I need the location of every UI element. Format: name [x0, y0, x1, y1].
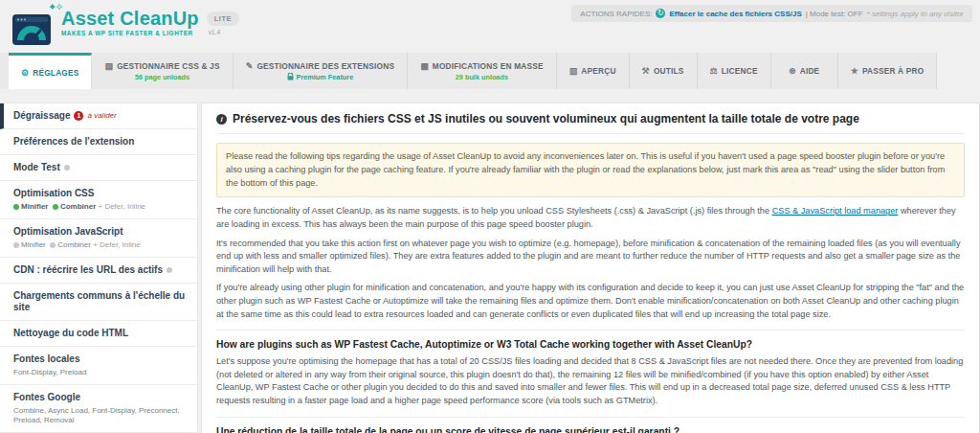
- paragraph-other-plugins: If you're already using other plugin for…: [216, 282, 965, 321]
- tab-css-js-manager[interactable]: ▤GESTIONNAIRE CSS & JS 56 page unloads: [92, 53, 233, 89]
- sidebar-item-google-fonts[interactable]: Fontes Google Combine, Async Load, Font-…: [0, 385, 197, 433]
- tab-tools[interactable]: ⚒OUTILS: [630, 53, 698, 89]
- refresh-icon: ↻: [656, 9, 665, 18]
- sidebar-item-js-optimisation[interactable]: Optimisation JavaScript Minifier Combine…: [0, 219, 197, 258]
- divider: [216, 330, 965, 330]
- tab-bulk-changes[interactable]: ▦MODIFICATIONS EN MASSE 29 bulk unloads: [408, 53, 557, 89]
- tab-plugins-manager[interactable]: ✎GESTIONNAIRE DES EXTENSIONS Premium Fea…: [234, 53, 408, 89]
- section-heading-guarantee: Une réduction de la taille totale de la …: [216, 426, 965, 433]
- divider: [216, 417, 965, 418]
- status-dot-on: [13, 204, 19, 210]
- status-dot-off: [50, 242, 56, 248]
- tab-license[interactable]: ⚖LICENCE: [698, 53, 771, 89]
- alert-count-badge: 1: [74, 111, 83, 121]
- premium-feature-label: Premium Feature: [297, 73, 354, 81]
- quick-actions-label: ACTIONS RAPIDES:: [580, 10, 652, 18]
- settings-sidebar: Dégraissage 1 à valider Préférences de l…: [0, 103, 198, 433]
- paragraph-core-functionality: The core functionality of Asset CleanUp,…: [216, 205, 965, 231]
- status-dot-off: [13, 242, 19, 248]
- paragraph-recommendation: It's recommended that you take this acti…: [216, 238, 965, 277]
- plugin-title: Asset CleanUp: [61, 8, 199, 29]
- sidebar-item-site-wide-common-unloads[interactable]: Chargements communs à l'échelle du site: [0, 284, 197, 321]
- status-dot-on: [53, 204, 58, 210]
- sidebar-item-plugin-preferences[interactable]: Préférences de l'extension: [0, 129, 197, 155]
- sidebar-item-html-cleanup[interactable]: Nettoyage du code HTML: [0, 321, 197, 347]
- tab-settings[interactable]: ⚙RÉGLAGES: [9, 53, 92, 89]
- sparkles-icon: ✦✧: [48, 1, 61, 13]
- plugin-tagline: MAKES A WP SITE FASTER & LIGHTER: [61, 30, 199, 36]
- load-manager-link[interactable]: CSS & JavaScript load manager: [772, 206, 899, 216]
- tab-help[interactable]: ⊛AIDE: [771, 53, 838, 89]
- bulk-unloads-count: 29 bulk unloads: [456, 73, 508, 81]
- gear-icon: ⚙: [21, 68, 29, 78]
- tab-bar: ⚙RÉGLAGES ▤GESTIONNAIRE CSS & JS 56 page…: [0, 53, 937, 89]
- usage-tips-notice: Please read the following tips regarding…: [216, 143, 965, 197]
- page-unloads-count: 56 page unloads: [135, 73, 189, 81]
- clear-cache-link[interactable]: Effacer le cache des fichiers CSS/JS: [669, 10, 801, 18]
- main-column: i Préservez-vous des fichiers CSS et JS …: [201, 103, 980, 433]
- paragraph-cache-plugins: Let's suppose you're optimising the home…: [216, 355, 965, 407]
- mode-test-status: | Mode test: OFF: [806, 10, 863, 18]
- mode-test-note: * settings apply to any visitor: [867, 10, 964, 18]
- sidebar-item-css-optimisation[interactable]: Optimisation CSS Minifier Combiner + Def…: [0, 181, 197, 219]
- settings-panel: i Préservez-vous des fichiers CSS et JS …: [201, 103, 980, 433]
- pencil-icon: ✎: [246, 61, 254, 71]
- wrench-icon: ⚒: [642, 66, 650, 76]
- info-icon: i: [216, 114, 227, 125]
- sidebar-item-test-mode[interactable]: Mode Test: [0, 155, 197, 181]
- document-icon: ▥: [569, 66, 578, 76]
- lock-icon: [287, 73, 294, 80]
- tab-overview[interactable]: ▥APERÇU: [557, 53, 630, 89]
- sidebar-item-cdn[interactable]: CDN : réécrire les URL des actifs: [0, 258, 197, 284]
- file-icon: ▤: [104, 61, 113, 71]
- star-icon: ★: [851, 66, 858, 76]
- license-icon: ⚖: [710, 66, 718, 76]
- content-layout: Dégraissage 1 à valider Préférences de l…: [0, 103, 980, 433]
- status-dot-off: [64, 165, 70, 171]
- to-validate-note: à valider: [87, 110, 116, 122]
- speedometer-logo-icon: [11, 11, 54, 46]
- sitemap-icon: ▦: [420, 61, 429, 71]
- section-heading-cache-plugins: How are plugins such as WP Fastest Cache…: [216, 339, 965, 350]
- sidebar-item-stripping-the-fat[interactable]: Dégraissage 1 à valider: [0, 103, 197, 129]
- panel-heading: i Préservez-vous des fichiers CSS et JS …: [216, 112, 965, 134]
- sidebar-item-local-fonts[interactable]: Fontes locales Font-Display, Preload: [0, 347, 197, 385]
- logo: ✦✧ Asset CleanUp MAKES A WP SITE FASTER …: [11, 8, 239, 46]
- status-dot-off: [167, 267, 172, 273]
- lite-badge: LITE: [207, 11, 239, 26]
- version-label: v1.4: [209, 29, 220, 35]
- tab-go-pro[interactable]: ★PASSER À PRO: [838, 53, 938, 89]
- quick-actions-bar: ACTIONS RAPIDES: ↻ Effacer le cache des …: [571, 5, 972, 22]
- life-ring-icon: ⊛: [789, 66, 796, 76]
- plugin-header: ✦✧ Asset CleanUp MAKES A WP SITE FASTER …: [0, 0, 980, 53]
